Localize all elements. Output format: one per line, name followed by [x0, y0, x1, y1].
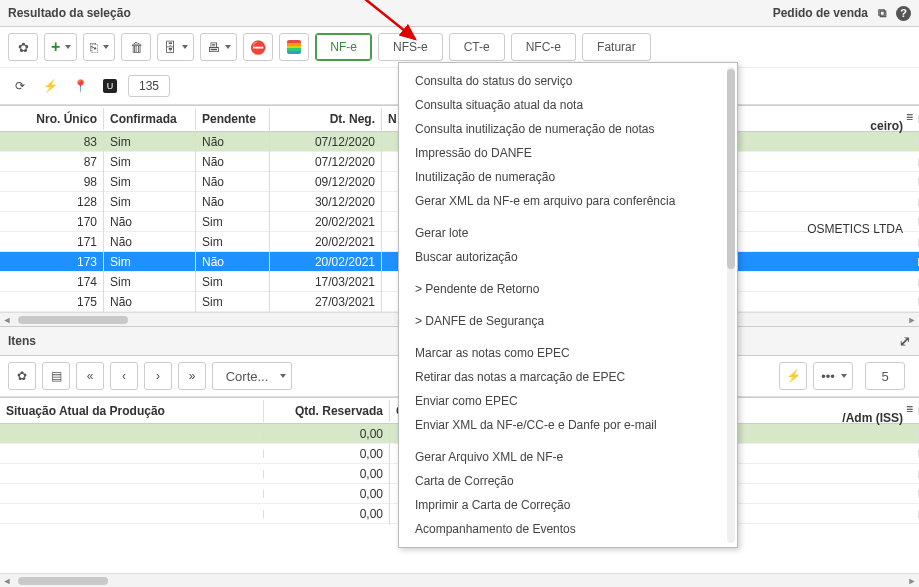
- tab-nfce[interactable]: NFC-e: [511, 33, 576, 61]
- cell-pend: Sim: [196, 231, 270, 253]
- col-qtd-reservada[interactable]: Qtd. Reservada: [264, 400, 390, 422]
- cell-situacao: [0, 450, 264, 458]
- cell-nro: 98: [0, 171, 104, 193]
- menu-item[interactable]: Retirar das notas a marcação de EPEC: [399, 365, 737, 389]
- dropdown-scrollbar[interactable]: [727, 67, 735, 543]
- cell-pend: Não: [196, 191, 270, 213]
- cell-nro: 83: [0, 131, 104, 153]
- col-dt-neg[interactable]: Dt. Neg.: [270, 108, 382, 130]
- pin-icon[interactable]: 📍: [68, 74, 92, 98]
- cell-qtd: 0,00: [264, 423, 390, 445]
- bolt-icon[interactable]: ⚡: [38, 74, 62, 98]
- itens-settings-button[interactable]: ✿: [8, 362, 36, 390]
- menu-item[interactable]: Gerar lote: [399, 221, 737, 245]
- menu-item[interactable]: Enviar XML da NF-e/CC-e e Danfe por e-ma…: [399, 413, 737, 437]
- cell-pend: Não: [196, 171, 270, 193]
- menu-item[interactable]: Acompanhamento de Eventos: [399, 517, 737, 541]
- itens-list-button[interactable]: ▤: [42, 362, 70, 390]
- scroll-right-icon[interactable]: ►: [905, 315, 919, 325]
- duplicate-button[interactable]: ⎘: [83, 33, 115, 61]
- results-header: Resultado da seleção Pedido de venda ⧉ ?: [0, 0, 919, 27]
- record-counter: 135: [128, 75, 170, 97]
- print-button[interactable]: 🖶: [200, 33, 237, 61]
- itens-grid-menu-icon[interactable]: ≡: [906, 402, 913, 416]
- itens-more-button[interactable]: •••: [813, 362, 853, 390]
- itens-scroll-left-icon[interactable]: ◄: [0, 576, 14, 586]
- cell-dt: 07/12/2020: [270, 151, 382, 173]
- rainbow-icon: [287, 40, 301, 54]
- cell-conf: Sim: [104, 271, 196, 293]
- itens-hscroll[interactable]: ◄ ►: [0, 573, 919, 587]
- menu-item[interactable]: > Pendente de Retorno: [399, 277, 737, 301]
- cell-conf: Sim: [104, 151, 196, 173]
- cell-nro: 87: [0, 151, 104, 173]
- col-confirmada[interactable]: Confirmada: [104, 108, 196, 130]
- menu-item[interactable]: Inutilização de numeração: [399, 165, 737, 189]
- menu-item[interactable]: Consulta do status do serviço: [399, 69, 737, 93]
- nav-first-button[interactable]: «: [76, 362, 104, 390]
- cell-dt: 17/03/2021: [270, 271, 382, 293]
- itens-scroll-right-icon[interactable]: ►: [905, 576, 919, 586]
- cell-dt: 09/12/2020: [270, 171, 382, 193]
- bag-icon[interactable]: U: [98, 74, 122, 98]
- settings-button[interactable]: ✿: [8, 33, 38, 61]
- expand-icon[interactable]: ⤢: [899, 333, 911, 349]
- cell-qtd: 0,00: [264, 443, 390, 465]
- delete-button[interactable]: 🗑: [121, 33, 151, 61]
- itens-bolt-button[interactable]: ⚡: [779, 362, 807, 390]
- cell-nro: 128: [0, 191, 104, 213]
- add-button[interactable]: +: [44, 33, 77, 61]
- refresh-icon[interactable]: ⟳: [8, 74, 32, 98]
- itens-scroll-thumb[interactable]: [18, 577, 108, 585]
- itens-page[interactable]: 5: [865, 362, 905, 390]
- help-icon[interactable]: ?: [896, 6, 911, 21]
- menu-item[interactable]: Imprimir a Carta de Correção: [399, 493, 737, 517]
- cell-pend: Não: [196, 151, 270, 173]
- nav-next-button[interactable]: ›: [144, 362, 172, 390]
- menu-item[interactable]: Consulta situação atual da nota: [399, 93, 737, 117]
- cell-pend: Sim: [196, 211, 270, 233]
- cell-dt: 07/12/2020: [270, 131, 382, 153]
- cancel-button[interactable]: ⛔: [243, 33, 273, 61]
- cell-nro: 174: [0, 271, 104, 293]
- col-pendente[interactable]: Pendente: [196, 108, 270, 130]
- results-title: Resultado da seleção: [8, 6, 131, 20]
- menu-item[interactable]: Marcar as notas como EPEC: [399, 341, 737, 365]
- nav-last-button[interactable]: »: [178, 362, 206, 390]
- col-nro-unico[interactable]: Nro. Único: [0, 108, 104, 130]
- nav-prev-button[interactable]: ‹: [110, 362, 138, 390]
- menu-item[interactable]: Consulta inutilização de numeração de no…: [399, 117, 737, 141]
- corte-dropdown[interactable]: Corte...: [212, 362, 292, 390]
- menu-item[interactable]: > DANFE de Segurança: [399, 309, 737, 333]
- scroll-left-icon[interactable]: ◄: [0, 315, 14, 325]
- cell-situacao: [0, 430, 264, 438]
- menu-item[interactable]: Gerar Arquivo XML de NF-e: [399, 445, 737, 469]
- breadcrumb: Pedido de venda: [773, 6, 868, 20]
- menu-item[interactable]: Gerar XML da NF-e em arquivo para confer…: [399, 189, 737, 213]
- tab-faturar[interactable]: Faturar: [582, 33, 651, 61]
- cell-pend: Sim: [196, 271, 270, 293]
- archive-button[interactable]: 🗄: [157, 33, 194, 61]
- menu-item[interactable]: Carta de Correção: [399, 469, 737, 493]
- col-situacao[interactable]: Situação Atual da Produção: [0, 400, 264, 422]
- cell-pend: Não: [196, 131, 270, 153]
- cell-dt: 20/02/2021: [270, 211, 382, 233]
- menu-item[interactable]: Buscar autorização: [399, 245, 737, 269]
- cell-conf: Não: [104, 291, 196, 313]
- copy-icon[interactable]: ⧉: [874, 5, 890, 21]
- cell-nro: 173: [0, 251, 104, 273]
- nfe-dropdown-menu: Consulta do status do serviçoConsulta si…: [398, 62, 738, 548]
- cell-dt: 27/03/2021: [270, 291, 382, 313]
- cell-nro: 170: [0, 211, 104, 233]
- cell-pend: Não: [196, 251, 270, 273]
- color-button[interactable]: [279, 33, 309, 61]
- menu-item[interactable]: Impressão do DANFE: [399, 141, 737, 165]
- tab-nfe[interactable]: NF-e: [315, 33, 372, 61]
- scroll-thumb[interactable]: [18, 316, 128, 324]
- menu-item[interactable]: Enviar como EPEC: [399, 389, 737, 413]
- tab-cte[interactable]: CT-e: [449, 33, 505, 61]
- tab-nfse[interactable]: NFS-e: [378, 33, 443, 61]
- grid-menu-icon[interactable]: ≡: [906, 110, 913, 124]
- dropdown-scroll-thumb[interactable]: [727, 69, 735, 269]
- bag-inner-icon: U: [103, 79, 117, 93]
